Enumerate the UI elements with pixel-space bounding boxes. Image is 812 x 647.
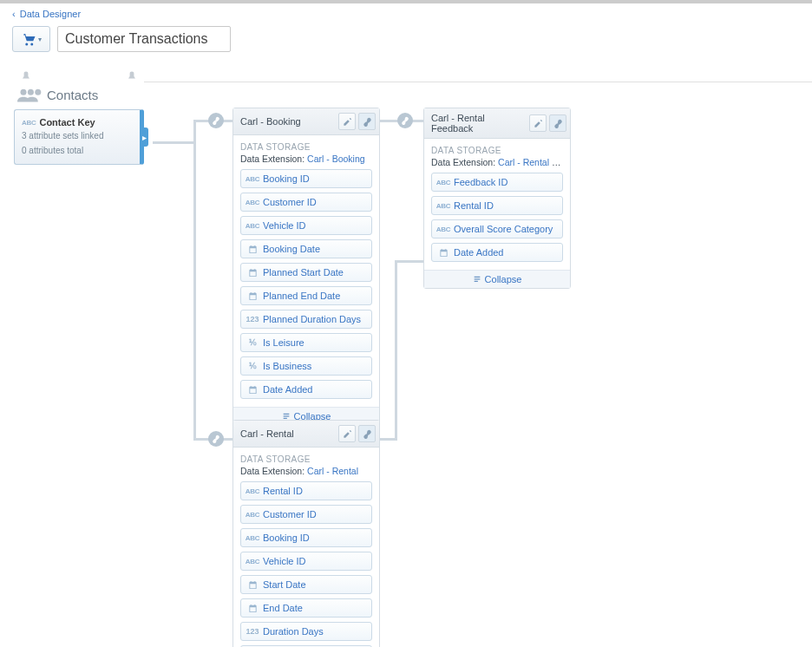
- attribute-row[interactable]: ABCFeedback ID: [431, 173, 563, 192]
- attribute-label: Customer ID: [263, 509, 317, 520]
- link-icon: [553, 119, 563, 128]
- abc-icon: ABC: [246, 199, 259, 206]
- attribute-row[interactable]: Booking Date: [240, 239, 372, 258]
- attribute-row[interactable]: End Date: [240, 598, 372, 618]
- connector: [193, 120, 196, 441]
- abc-icon: ABC: [246, 558, 259, 565]
- breadcrumb[interactable]: ‹ Data Designer: [0, 3, 812, 24]
- storage-line: Data Extension: Carl - Booking: [240, 154, 372, 164]
- entity-rental[interactable]: Carl - Rental DATA STORAGE Data Extensio…: [232, 420, 380, 647]
- number-icon: 123: [246, 315, 259, 324]
- attribute-row[interactable]: Planned Start Date: [240, 263, 372, 282]
- calendar-icon: [246, 385, 259, 395]
- attribute-row[interactable]: Start Date: [240, 575, 372, 594]
- link-button[interactable]: [549, 114, 566, 132]
- attribute-row[interactable]: ABCRental ID: [431, 196, 563, 215]
- attribute-row[interactable]: 123Planned Duration Days: [240, 310, 372, 329]
- edit-button[interactable]: [529, 114, 547, 132]
- attribute-row[interactable]: ABCVehicle ID: [240, 216, 372, 235]
- storage-line: Data Extension: Carl - Rental Fee…: [431, 157, 563, 167]
- abc-icon: ABC: [246, 487, 259, 495]
- storage-label: DATA STORAGE: [240, 142, 372, 152]
- root-header: Contacts: [14, 83, 144, 109]
- entity-body: DATA STORAGE Data Extension: Carl - Book…: [233, 135, 379, 407]
- calendar-icon: [246, 291, 259, 301]
- svg-point-0: [21, 89, 27, 95]
- pin-icon: [23, 71, 29, 82]
- edit-button[interactable]: [338, 425, 356, 442]
- collapse-icon: [473, 275, 481, 284]
- collapse-button[interactable]: Collapse: [424, 270, 570, 288]
- attribute-label: Date Added: [263, 384, 313, 395]
- pencil-icon: [343, 429, 352, 439]
- pencil-icon: [534, 119, 543, 128]
- attribute-row[interactable]: ABCOverall Score Category: [431, 219, 563, 239]
- attribute-row[interactable]: Date Added: [240, 380, 372, 399]
- cart-dropdown-button[interactable]: ▾: [12, 26, 50, 52]
- breadcrumb-label: Data Designer: [20, 9, 81, 19]
- attribute-label: Rental ID: [263, 486, 303, 496]
- entity-booking[interactable]: Carl - Booking DATA STORAGE Data Extensi…: [232, 108, 380, 426]
- attribute-row[interactable]: ⅟₀Is Business: [240, 356, 372, 376]
- calendar-icon: [246, 580, 259, 590]
- abc-icon: ABC: [437, 202, 449, 210]
- attribute-row[interactable]: ABCCustomer ID: [240, 193, 372, 212]
- root-title: Contacts: [47, 88, 98, 102]
- attribute-label: Overall Score Category: [454, 224, 553, 234]
- abc-icon: ABC: [246, 534, 259, 542]
- attribute-row[interactable]: ABCVehicle ID: [240, 552, 372, 571]
- root-sub2: 0 attributes total: [22, 145, 133, 157]
- entity-title: Carl - Rental: [240, 428, 294, 439]
- entity-header: Carl - Booking: [233, 108, 379, 135]
- calendar-icon: [246, 245, 259, 254]
- abc-icon: ABC: [246, 511, 259, 519]
- canvas[interactable]: Contacts ABC Contact Key 3 attribute set…: [0, 61, 812, 647]
- attribute-row[interactable]: ABCRental ID: [240, 481, 372, 500]
- caret-down-icon: ▾: [38, 36, 42, 43]
- attribute-label: Rental ID: [454, 200, 494, 211]
- attribute-label: Customer ID: [263, 197, 317, 207]
- attribute-label: Booking Date: [263, 244, 320, 254]
- attribute-label: Planned End Date: [263, 291, 340, 301]
- link-icon[interactable]: [397, 113, 413, 128]
- extension-prefix: Data Extension:: [431, 157, 498, 167]
- link-button[interactable]: [358, 113, 376, 130]
- attribute-label: End Date: [263, 603, 303, 613]
- attribute-row[interactable]: ABCBooking ID: [240, 528, 372, 547]
- entity-feedback[interactable]: Carl - Rental Feedback DATA STORAGE Data…: [423, 108, 571, 289]
- attribute-row[interactable]: Planned End Date: [240, 286, 372, 305]
- link-icon: [363, 429, 372, 439]
- extension-prefix: Data Extension:: [240, 154, 307, 164]
- attribute-label: Vehicle ID: [263, 556, 306, 566]
- root-card[interactable]: ABC Contact Key 3 attribute sets linked …: [14, 109, 144, 165]
- link-button[interactable]: [358, 425, 376, 442]
- abc-icon: ABC: [437, 225, 449, 233]
- connector: [153, 141, 196, 144]
- collapse-label: Collapse: [485, 274, 522, 284]
- connector: [395, 260, 397, 441]
- calendar-icon: [437, 248, 449, 258]
- attribute-row[interactable]: ABCBooking ID: [240, 169, 372, 188]
- link-icon[interactable]: [208, 431, 224, 447]
- link-icon[interactable]: [208, 113, 224, 128]
- chevron-left-icon: ‹: [12, 9, 16, 19]
- storage-line: Data Extension: Carl - Rental: [240, 466, 372, 476]
- extension-link[interactable]: Carl - Rental Fee…: [498, 157, 563, 167]
- attribute-label: Start Date: [263, 579, 306, 590]
- extension-link[interactable]: Carl - Booking: [307, 154, 365, 164]
- expand-handle[interactable]: ▸: [140, 127, 148, 147]
- attribute-row[interactable]: 123Duration Days: [240, 622, 372, 641]
- attribute-row[interactable]: ⅟₀Is Leisure: [240, 333, 372, 352]
- contact-key-label: Contact Key: [39, 117, 95, 127]
- extension-link[interactable]: Carl - Rental: [307, 466, 358, 476]
- abc-icon: ABC: [246, 175, 259, 183]
- attribute-row[interactable]: ABCCustomer ID: [240, 505, 372, 524]
- entity-body: DATA STORAGE Data Extension: Carl - Rent…: [424, 139, 570, 270]
- attribute-row[interactable]: Date Added: [431, 243, 563, 262]
- attribute-label: Feedback ID: [454, 177, 508, 187]
- storage-label: DATA STORAGE: [240, 454, 372, 464]
- model-name-input[interactable]: [57, 26, 231, 52]
- attribute-label: Is Leisure: [263, 337, 304, 348]
- boolean-icon: ⅟₀: [246, 362, 259, 370]
- edit-button[interactable]: [338, 113, 356, 130]
